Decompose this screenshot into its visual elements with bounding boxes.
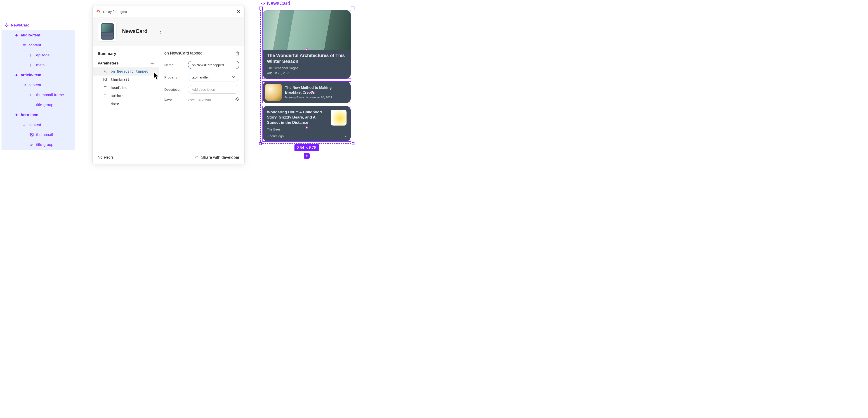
svg-point-56 [197,156,198,157]
summary-header[interactable]: Summary [98,51,154,56]
layer-row[interactable]: title-group [2,100,75,110]
selection-size-badge: 354 × 578 [294,144,319,151]
layer-label: content [29,123,41,127]
hero-headline: The Wonderful Architectures of This Wint… [267,53,346,64]
component-icon [14,113,19,117]
svg-rect-2 [4,25,6,26]
more-menu-button[interactable]: ⋮ [158,29,163,34]
layer-label: title-group [36,103,53,107]
autolayout-icon [30,93,34,97]
layer-row[interactable]: meta [2,60,75,70]
svg-rect-60 [262,1,264,3]
param-label: thumbnail [111,78,129,82]
field-label-property: Property [164,75,184,79]
share-icon [194,155,198,159]
autolayout-icon [22,83,26,87]
article-author: Morning Break [285,96,304,99]
name-input[interactable]: on NewsCard tapped [188,61,239,69]
hero-date: August 25, 2021 [267,71,346,75]
audio-author: The Bees [267,127,328,131]
description-input[interactable]: Add description [188,85,239,94]
svg-rect-3 [7,25,8,26]
frame-icon [22,123,26,127]
param-row-tap[interactable]: on NewsCard tapped [93,67,159,76]
layer-row[interactable]: content [2,80,75,90]
share-button[interactable]: Share with developer [194,155,239,160]
audio-card[interactable]: Wondering Hour: A Childhood Story, Grizz… [263,106,350,141]
layer-label: article-item [21,73,41,77]
hero-author: The Seasonal Sagas [267,66,346,70]
param-row[interactable]: date [93,100,159,108]
add-variant-button[interactable]: + [304,153,310,159]
article-date: November 10, 2021 [307,96,332,99]
svg-rect-38 [104,78,107,81]
param-row[interactable]: thumbnail [93,76,159,84]
layer-row[interactable]: content [2,40,75,50]
article-card[interactable]: The New Method to Making Breakfast Crepe… [263,82,350,103]
layer-label: content [29,83,41,87]
layer-row[interactable]: episode [2,50,75,60]
error-status: No errors [98,155,114,160]
layer-row[interactable]: content [2,120,75,130]
chevron-down-icon [231,76,236,79]
layer-row[interactable]: hero-item [2,110,75,120]
layer-row[interactable]: title-group [2,140,75,150]
layer-row[interactable]: audio-item [2,30,75,40]
layer-label: thumbnail-frame [36,93,64,97]
svg-rect-14 [15,74,18,76]
component-set-icon [261,1,265,6]
param-row[interactable]: headline [93,84,159,92]
param-label: on NewsCard tapped [111,69,148,73]
param-label: headline [111,86,127,90]
field-label-description: Description [164,88,184,91]
layer-row[interactable]: thumbnail-frame [2,90,75,100]
param-label: date [111,102,119,106]
text-icon [103,102,107,106]
relay-logo-icon [96,9,100,14]
param-label: author [111,94,123,98]
component-name: NewsCard [122,28,147,34]
layer-label: content [29,43,41,48]
parameters-header: Parameters [98,61,119,66]
delete-button[interactable] [235,51,239,56]
property-select[interactable]: tap-handler [188,73,239,82]
image-icon [30,133,34,137]
plugin-subheader: NewsCard ⋮ [93,17,244,46]
more-icon[interactable]: ⋮ [343,134,347,139]
svg-point-50 [236,98,239,100]
svg-rect-24 [15,114,18,116]
layer-label: meta [36,63,45,67]
hero-card[interactable]: The Wonderful Architectures of This Wint… [263,10,350,79]
close-icon[interactable] [237,9,241,13]
plugin-left-column: Summary Parameters on NewsCard tapped th… [93,46,159,151]
plugin-titlebar[interactable]: Relay for Figma [93,6,244,17]
text-icon [103,94,107,98]
svg-rect-62 [261,3,262,4]
layer-label: thumbnail [36,132,53,137]
text-icon [103,86,107,90]
plugin-title: Relay for Figma [103,10,127,13]
layer-row-root[interactable]: NewsCard [2,20,75,30]
svg-line-58 [196,156,197,157]
selection-frame[interactable]: The Wonderful Architectures of This Wint… [260,8,353,144]
autolayout-icon [30,63,34,67]
audio-thumbnail [331,110,346,125]
frame-icon [30,143,34,147]
svg-point-55 [195,157,196,158]
add-parameter-button[interactable] [150,62,154,65]
hero-thumbnail [263,10,350,50]
image-icon [103,78,107,82]
layer-label: NewsCard [11,23,30,28]
layer-row[interactable]: thumbnail [2,130,75,140]
svg-rect-61 [262,4,264,5]
article-headline: The New Method to Making Breakfast Crepe… [285,86,348,95]
svg-line-59 [196,158,197,158]
param-row[interactable]: author [93,92,159,100]
svg-point-57 [197,158,198,159]
component-set-icon [4,23,8,27]
component-thumbnail [98,21,117,41]
layer-row[interactable]: article-item [2,70,75,80]
target-icon[interactable] [235,97,239,101]
canvas-component-label[interactable]: NewsCard [261,0,353,6]
svg-point-29 [31,134,32,135]
